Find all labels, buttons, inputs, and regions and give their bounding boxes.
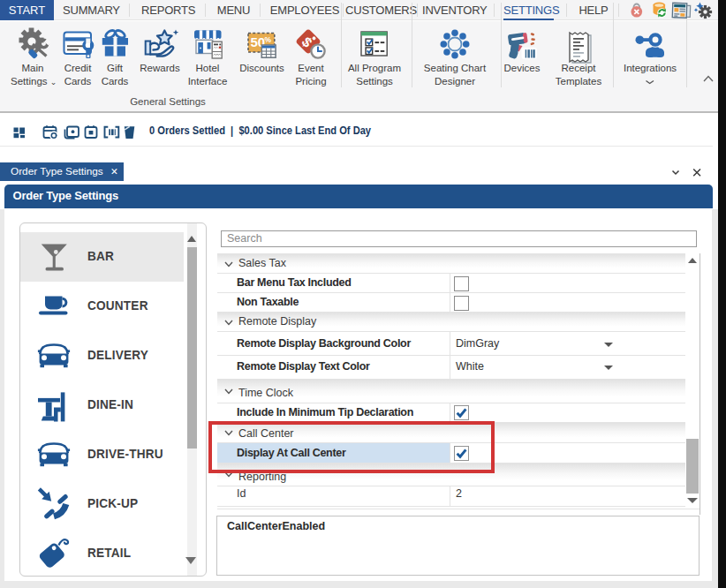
svg-text:%: % [265,35,272,44]
